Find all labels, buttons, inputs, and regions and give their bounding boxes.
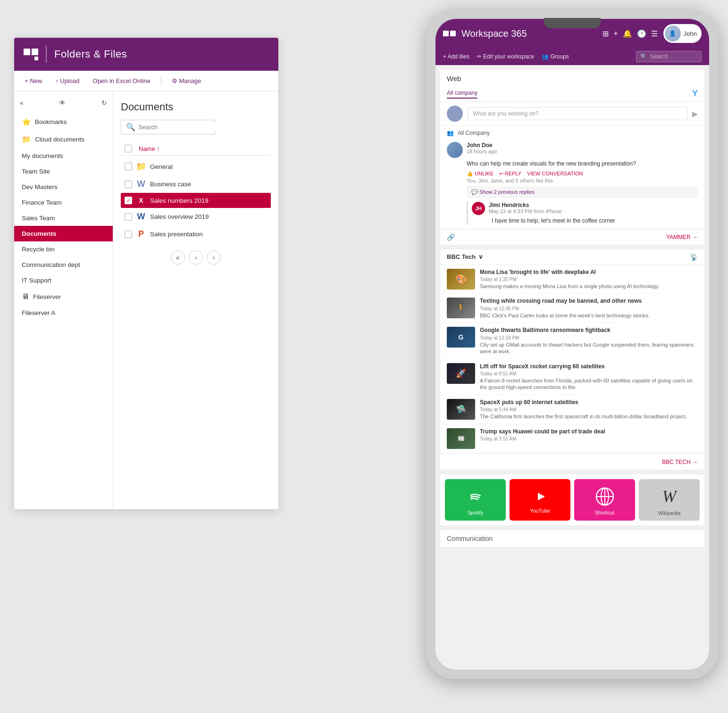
send-icon[interactable]: ▶ xyxy=(692,109,698,118)
search-icon: 🔍 xyxy=(640,53,647,60)
news-time-1: Today at 1:25 PM xyxy=(480,277,698,282)
compose-area: What are you working on? ▶ xyxy=(440,102,704,126)
file-checkbox-sales-numbers[interactable]: ✓ xyxy=(125,197,132,204)
news-item-4[interactable]: 🚀 Lift off for SpaceX rocket carrying 60… xyxy=(440,359,704,395)
sidebar-item-cloud[interactable]: 📁 Cloud documents xyxy=(14,131,113,148)
post-time: 18 hours ago xyxy=(467,149,698,154)
folder-icon: 📁 xyxy=(136,161,146,172)
page-next-button[interactable]: › xyxy=(207,250,221,265)
ws-logo-sq1 xyxy=(443,31,449,36)
sidebar-item-label: Finance Team xyxy=(22,199,62,206)
collapse-icon[interactable]: « xyxy=(20,99,24,107)
compose-input[interactable]: What are you working on? xyxy=(468,107,687,120)
tile-shortcut[interactable]: Shortcut xyxy=(574,479,635,521)
news-item-3[interactable]: G Google thwarts Baltimore ransomware fi… xyxy=(440,323,704,359)
plus-icon[interactable]: + xyxy=(613,29,618,38)
file-item-general[interactable]: 📁 General xyxy=(121,158,271,175)
page-prev-button[interactable]: ‹ xyxy=(189,250,203,265)
workspace-title: Workspace 365 xyxy=(461,28,597,39)
ws-search-input[interactable] xyxy=(650,53,697,60)
wikipedia-icon: W xyxy=(662,487,677,506)
avatar-img: 👤 xyxy=(665,25,681,41)
external-link-icon[interactable]: 🔗 xyxy=(447,233,455,241)
upload-button[interactable]: ↑ Upload xyxy=(52,75,82,86)
app-logo xyxy=(24,49,38,60)
web-section-label: Web xyxy=(440,70,704,85)
rss-icon[interactable]: 📡 xyxy=(690,253,698,261)
bbc-tech-link[interactable]: BBC TECH → xyxy=(662,459,698,465)
sidebar-item-dev-masters[interactable]: Dev Masters xyxy=(14,179,113,195)
file-item-sales-presentation[interactable]: P Sales presentation xyxy=(121,225,271,243)
clock-icon[interactable]: 🕐 xyxy=(637,29,646,38)
excel-button[interactable]: Open in Excel Online xyxy=(90,75,153,86)
news-item-2[interactable]: 🚶 Texting while crossing road may be ban… xyxy=(440,294,704,323)
sidebar-item-my-documents[interactable]: My documents xyxy=(14,148,113,164)
eye-icon[interactable]: 👁 xyxy=(59,99,66,107)
show-replies-button[interactable]: 💬 Show 2 previous replies xyxy=(471,189,693,195)
sidebar-item-finance-team[interactable]: Finance Team xyxy=(14,195,113,210)
tile-youtube[interactable]: YouTube xyxy=(510,479,570,521)
tile-wikipedia[interactable]: W Wikipedia xyxy=(639,479,700,521)
grid-icon[interactable]: ⊞ xyxy=(602,29,609,38)
view-conversation-button[interactable]: VIEW CONVERSATION xyxy=(527,171,583,177)
unlike-button[interactable]: 👍 UNLIKE xyxy=(467,171,494,177)
name-column-header[interactable]: Name ↑ xyxy=(139,145,160,152)
sidebar-item-recycle-bin[interactable]: Recycle bin xyxy=(14,241,113,257)
news-time-5: Today at 5:44 AM xyxy=(480,407,698,412)
web-section: Web All company Y What are you working o… xyxy=(440,70,704,245)
refresh-icon[interactable]: ↻ xyxy=(101,99,107,107)
file-item-sales-overview[interactable]: W Sales overview 2019 xyxy=(121,208,271,225)
sidebar-item-documents[interactable]: Documents xyxy=(14,226,113,241)
yammer-link[interactable]: YAMMER → xyxy=(666,234,698,240)
news-source-label: BBC Tech xyxy=(447,253,476,260)
add-tiles-button[interactable]: + Add tiles xyxy=(443,53,469,60)
sidebar-item-team-site[interactable]: Team Site xyxy=(14,164,113,179)
news-item-1[interactable]: 🎨 Mona Lisa 'brought to life' with deepf… xyxy=(440,265,704,294)
tiles-grid: Spotify YouTube xyxy=(445,479,700,521)
header-divider xyxy=(46,46,47,63)
edit-workspace-button[interactable]: ✏ Edit your workspace xyxy=(477,53,534,60)
reply-button[interactable]: ↩ REPLY xyxy=(499,171,521,177)
communication-label: Communication xyxy=(447,535,493,542)
file-checkbox-sales-presentation[interactable] xyxy=(125,231,132,238)
phone-notch xyxy=(544,18,601,28)
user-pill[interactable]: 👤 John xyxy=(663,24,702,43)
tab-all-company[interactable]: All company xyxy=(447,88,477,99)
select-all-checkbox[interactable] xyxy=(125,145,132,152)
left-header: Folders & Files xyxy=(14,38,278,71)
reply-header: JH Jimi Hendricks May 23 at 4:33 PM from… xyxy=(472,202,698,215)
thumb-img-5: 🛸 xyxy=(447,399,475,420)
youtube-label: YouTube xyxy=(530,508,550,514)
news-source[interactable]: BBC Tech ∨ xyxy=(447,253,483,260)
star-icon: ⭐ xyxy=(22,117,31,126)
file-checkbox-sales-overview[interactable] xyxy=(125,213,132,221)
file-checkbox-general[interactable] xyxy=(125,163,132,170)
news-thumb-1: 🎨 xyxy=(447,269,475,290)
ws-subnav: + Add tiles ✏ Edit your workspace 👥 Grou… xyxy=(435,48,709,65)
sidebar-item-sales-team[interactable]: Sales Team xyxy=(14,210,113,226)
yammer-footer: 🔗 YAMMER → xyxy=(440,229,704,245)
groups-button[interactable]: 👥 Groups xyxy=(542,53,569,60)
sidebar-item-bookmarks[interactable]: ⭐ Bookmarks xyxy=(14,113,113,131)
sidebar-item-it-support[interactable]: IT Support xyxy=(14,273,113,288)
file-checkbox-business-case[interactable] xyxy=(125,181,132,188)
search-input[interactable] xyxy=(138,124,218,131)
bell-icon[interactable]: 🔔 xyxy=(623,29,632,38)
post-avatar xyxy=(447,142,463,158)
sidebar-item-fileserver[interactable]: 🖥 Fileserver xyxy=(14,288,113,305)
news-item-6[interactable]: 📰 Trump says Huawei could be part of tra… xyxy=(440,424,704,453)
new-button[interactable]: + New xyxy=(22,75,45,86)
sidebar-item-communication[interactable]: Communication dept xyxy=(14,257,113,273)
file-item-business-case[interactable]: W Business case xyxy=(121,175,271,193)
news-title-1: Mona Lisa 'brought to life' with deepfak… xyxy=(480,269,698,276)
news-time-3: Today at 12:18 PM xyxy=(480,335,698,340)
sidebar-item-fileserver-a[interactable]: Fileserver A xyxy=(14,305,113,321)
page-first-button[interactable]: « xyxy=(171,250,185,265)
file-item-sales-numbers[interactable]: ✓ X Sales numbers 2019 xyxy=(121,193,271,208)
reply-meta: Jimi Hendricks May 23 at 4:33 PM from iP… xyxy=(489,202,698,214)
file-list-header: Name ↑ xyxy=(121,142,271,156)
contact-icon[interactable]: ☰ xyxy=(651,29,658,38)
news-item-5[interactable]: 🛸 SpaceX puts up 60 internet satellites … xyxy=(440,395,704,424)
manage-button[interactable]: ⚙ Manage xyxy=(169,75,204,86)
tile-spotify[interactable]: Spotify xyxy=(445,479,506,521)
